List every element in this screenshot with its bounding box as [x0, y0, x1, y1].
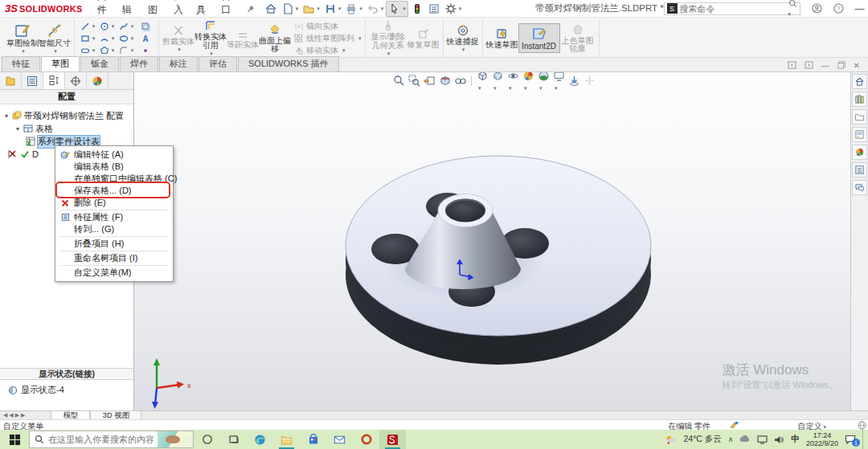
open-button[interactable] — [301, 2, 321, 16]
status-globe-icon[interactable] — [858, 421, 866, 430]
ellipse-tool[interactable] — [117, 34, 136, 43]
menu-edit-table-new-window[interactable]: 在单独窗口中编辑表格 (C) — [55, 173, 173, 185]
undo-button[interactable] — [365, 2, 386, 16]
file-explorer-tab-icon[interactable] — [852, 109, 867, 124]
show-desktop-button[interactable] — [862, 430, 865, 449]
tab-scroll-buttons[interactable]: ◀ ◀ ▶ ▶ — [0, 412, 28, 418]
command-search-input[interactable] — [680, 4, 786, 14]
tab-weldments[interactable]: 焊件 — [120, 56, 158, 71]
display-state-item[interactable]: 显示状态-4 — [8, 384, 64, 396]
arc-tool[interactable] — [97, 34, 117, 43]
microsoft-store-icon[interactable] — [300, 430, 326, 449]
menu-feature-properties[interactable]: 特征属性 (F) — [55, 211, 173, 223]
zoom-fit-icon[interactable] — [393, 75, 405, 87]
help-icon[interactable]: ? — [833, 3, 844, 14]
file-explorer-icon[interactable] — [273, 430, 300, 449]
tree-root-configuration[interactable]: ▾ 带颈对焊钢制管法兰 配置 — [3, 109, 132, 122]
menu-rename-tree-item[interactable]: 重命名树项目 (I) — [55, 252, 173, 264]
new-document-button[interactable] — [280, 2, 301, 16]
tab-model[interactable]: 模型 — [51, 411, 90, 420]
custom-properties-icon[interactable] — [852, 162, 867, 178]
tab-displaymanager-icon[interactable] — [87, 72, 108, 89]
cortana-icon[interactable] — [194, 430, 220, 449]
tab-sketch[interactable]: 草图 — [41, 56, 80, 71]
slot-tool[interactable] — [78, 46, 97, 55]
office-icon[interactable] — [353, 430, 379, 449]
clock[interactable]: 17:24 2022/9/20 — [806, 431, 838, 448]
zoom-area-icon[interactable] — [408, 75, 420, 87]
doc-close-icon[interactable]: ✕ — [854, 61, 860, 70]
menu-customize-menu[interactable]: 自定义菜单(M) — [55, 267, 173, 279]
pin-menu-icon[interactable] — [247, 5, 255, 13]
print-button[interactable] — [343, 2, 364, 16]
point-tool[interactable] — [136, 46, 155, 55]
doc-minimize-icon[interactable]: — — [821, 61, 829, 70]
volume-icon[interactable] — [774, 435, 784, 444]
convert-entities-button[interactable]: 转换实体引用 — [194, 18, 227, 58]
tab-featuremanager-icon[interactable] — [0, 72, 22, 89]
menu-go-to[interactable]: 转到... (G) — [55, 223, 173, 235]
hide-show-items-icon[interactable] — [507, 72, 519, 92]
select-tool-button[interactable] — [386, 1, 408, 17]
flange-model[interactable]: x — [134, 72, 850, 410]
view-orientation-icon[interactable] — [477, 72, 489, 92]
quick-snaps-button[interactable]: 快速捕捉 — [447, 22, 479, 55]
taskbar-search[interactable] — [29, 431, 194, 448]
apply-scene-icon[interactable] — [538, 72, 550, 92]
polygon-tool[interactable] — [97, 46, 117, 55]
mail-icon[interactable] — [326, 430, 353, 449]
graphics-viewport[interactable]: x 激活 Windows 转到"设置"以激活 Windows。 — [134, 72, 850, 410]
smart-dimension-button[interactable]: 智能尺寸 — [39, 21, 71, 56]
tab-annotation[interactable]: 标注 — [159, 56, 198, 71]
onedrive-icon[interactable] — [739, 435, 751, 443]
options-button[interactable] — [443, 2, 464, 16]
file-properties-button[interactable] — [426, 2, 442, 16]
spline-tool[interactable] — [117, 22, 136, 31]
status-tag-icon[interactable] — [730, 421, 739, 429]
tab-evaluate[interactable]: 评估 — [199, 56, 237, 71]
notification-center-icon[interactable]: 1 — [845, 435, 856, 444]
home-button[interactable] — [263, 2, 279, 16]
view-settings-icon[interactable] — [553, 72, 565, 92]
appearances-tab-icon[interactable] — [852, 145, 867, 160]
collapse-arrow-icon[interactable]: ▾ — [3, 112, 10, 120]
start-button[interactable] — [0, 430, 29, 449]
home-tab-icon[interactable] — [852, 74, 867, 89]
command-search[interactable]: S — [664, 2, 800, 15]
network-icon[interactable] — [757, 435, 768, 444]
sketch-button[interactable]: 草图绘制 — [6, 21, 39, 56]
doc-prev-icon[interactable] — [788, 61, 796, 70]
surface-offset-button[interactable]: 曲面上偏移 — [259, 22, 291, 55]
user-account-icon[interactable] — [812, 3, 822, 14]
menu-delete[interactable]: 删除 (E) — [55, 197, 173, 209]
rapid-sketch-button[interactable]: 快速草图 — [486, 26, 518, 51]
forum-tab-icon[interactable] — [852, 180, 867, 195]
ime-indicator[interactable]: 中 — [791, 434, 800, 445]
tab-configurationmanager-icon[interactable] — [43, 72, 65, 89]
taskbar-search-input[interactable] — [48, 435, 154, 444]
search-magnifier-icon[interactable] — [788, 0, 797, 18]
doc-next-icon[interactable] — [805, 61, 813, 70]
tree-tables-folder[interactable]: ▾ 表格 — [3, 122, 132, 135]
plane-tool[interactable] — [136, 22, 155, 31]
line-tool[interactable] — [78, 22, 97, 31]
section-view-icon[interactable] — [439, 75, 451, 87]
fillet-tool[interactable] — [117, 46, 136, 55]
rectangle-tool[interactable] — [78, 34, 97, 43]
collapse-arrow-icon[interactable]: ▾ — [14, 125, 21, 133]
3d-drawing-view-icon[interactable] — [568, 75, 580, 87]
menu-collapse-items[interactable]: 折叠项目 (H) — [55, 238, 173, 250]
menu-save-table[interactable]: 保存表格... (D) — [55, 185, 173, 197]
text-tool[interactable]: A — [136, 34, 155, 43]
instant2d-button[interactable]: Instant2D — [518, 23, 560, 54]
tab-features[interactable]: 特征 — [2, 56, 40, 71]
rebuild-button[interactable] — [409, 2, 425, 16]
minimize-button[interactable]: — — [855, 3, 865, 14]
magnified-selection-icon[interactable] — [454, 75, 466, 87]
hidden-icons-chevron[interactable]: ∧ — [728, 435, 734, 443]
previous-view-icon[interactable] — [424, 75, 436, 87]
menu-edit-table[interactable]: 编辑表格 (B) — [55, 161, 173, 173]
tab-sheet-metal[interactable]: 钣金 — [80, 56, 119, 71]
tab-dimxpert-icon[interactable] — [65, 72, 87, 89]
weather-text[interactable]: 24°C 多云 — [683, 434, 721, 445]
